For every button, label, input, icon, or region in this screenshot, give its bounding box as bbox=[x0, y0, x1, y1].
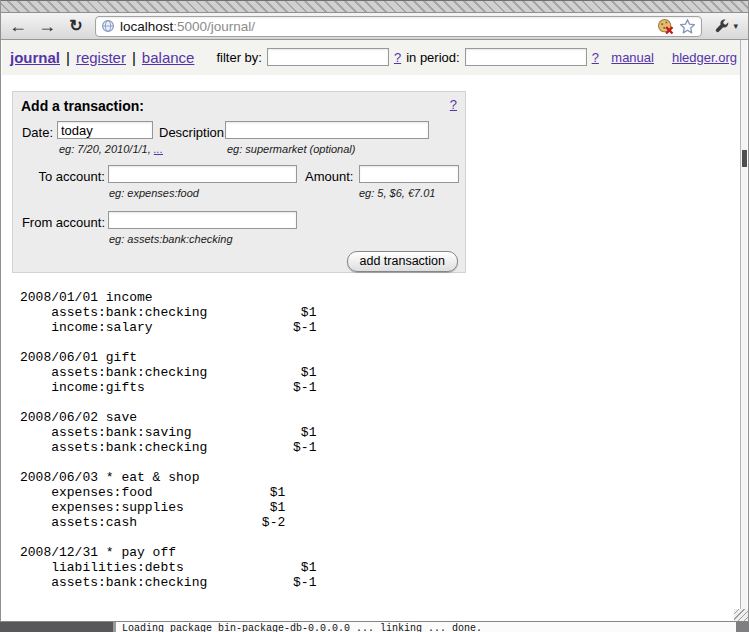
external-links: manual hledger.org bbox=[611, 50, 737, 65]
url-text: localhost:5000/journal/ bbox=[120, 19, 255, 34]
description-hint: eg: supermarket (optional) bbox=[227, 143, 355, 155]
cookie-blocked-icon[interactable] bbox=[657, 18, 674, 35]
globe-icon bbox=[101, 19, 115, 33]
to-account-input[interactable] bbox=[108, 165, 297, 183]
tools-menu-button[interactable]: ▾ bbox=[711, 18, 741, 34]
page-scrollbar[interactable] bbox=[740, 40, 747, 620]
back-button[interactable]: ← bbox=[8, 17, 28, 35]
url-host: localhost bbox=[120, 19, 173, 34]
amount-hint: eg: 5, $6, €7.01 bbox=[359, 187, 435, 199]
filter-input[interactable] bbox=[267, 48, 389, 66]
description-input[interactable] bbox=[225, 121, 429, 139]
terminal-edge bbox=[736, 622, 749, 632]
from-account-input[interactable] bbox=[108, 211, 297, 229]
add-transaction-form: Add a transaction: ? Date: Description: … bbox=[12, 91, 466, 273]
separator: | bbox=[66, 49, 70, 66]
terminal-output: Loading package bin-package-db-0.0.0.0 .… bbox=[122, 623, 482, 632]
journal-entries: 2008/01/01 income assets:bank:checking $… bbox=[20, 290, 747, 590]
hledger-org-link[interactable]: hledger.org bbox=[672, 50, 737, 65]
filter-help-link[interactable]: ? bbox=[394, 50, 401, 65]
date-hint-more-link[interactable]: ... bbox=[154, 143, 163, 155]
form-title: Add a transaction: bbox=[21, 98, 144, 114]
bookmark-star-icon[interactable] bbox=[679, 18, 696, 35]
manual-link[interactable]: manual bbox=[611, 50, 654, 65]
reload-button[interactable]: ↻ bbox=[66, 18, 86, 34]
amount-input[interactable] bbox=[359, 165, 459, 183]
address-bar[interactable]: localhost:5000/journal/ bbox=[95, 16, 702, 37]
tab-register[interactable]: register bbox=[76, 49, 126, 66]
chevron-down-icon: ▾ bbox=[733, 21, 738, 31]
description-label: Description: bbox=[159, 125, 228, 140]
tab-balance[interactable]: balance bbox=[142, 49, 195, 66]
resize-grip-icon[interactable] bbox=[734, 609, 748, 621]
date-label: Date: bbox=[13, 125, 53, 140]
url-path: :5000/journal/ bbox=[173, 19, 255, 34]
wrench-icon bbox=[714, 18, 730, 34]
period-help-link[interactable]: ? bbox=[592, 50, 599, 65]
hledger-navbar: journal | register | balance filter by: … bbox=[2, 40, 747, 75]
add-transaction-button[interactable]: add transaction bbox=[347, 251, 458, 272]
page-content: journal | register | balance filter by: … bbox=[2, 40, 747, 620]
form-help-link[interactable]: ? bbox=[450, 97, 457, 112]
tab-journal[interactable]: journal bbox=[10, 49, 60, 66]
to-account-label: To account: bbox=[13, 169, 105, 184]
date-hint: eg: 7/20, 2010/1/1, ... bbox=[59, 143, 163, 155]
period-input[interactable] bbox=[465, 48, 587, 66]
date-input[interactable] bbox=[57, 121, 153, 139]
filter-label: filter by: bbox=[216, 50, 262, 65]
scrollbar-thumb[interactable] bbox=[742, 150, 747, 167]
from-account-label: From account: bbox=[13, 215, 105, 230]
filter-area: filter by: ? in period: ? bbox=[216, 48, 598, 66]
forward-button[interactable]: → bbox=[37, 17, 57, 35]
amount-label: Amount: bbox=[305, 169, 353, 184]
separator: | bbox=[132, 49, 136, 66]
background-strip: Loading package bin-package-db-0.0.0.0 .… bbox=[0, 622, 749, 632]
browser-toolbar: ← → ↻ localhost:5000/journal/ bbox=[1, 13, 748, 40]
browser-window: ← → ↻ localhost:5000/journal/ bbox=[0, 0, 749, 622]
desktop-area bbox=[0, 622, 113, 632]
view-links: journal | register | balance bbox=[10, 49, 194, 66]
to-account-hint: eg: expenses:food bbox=[109, 187, 199, 199]
window-title-stripes bbox=[1, 0, 748, 13]
terminal-window: Loading package bin-package-db-0.0.0.0 .… bbox=[113, 622, 736, 632]
from-account-hint: eg: assets:bank:checking bbox=[109, 233, 233, 245]
period-label: in period: bbox=[406, 50, 459, 65]
